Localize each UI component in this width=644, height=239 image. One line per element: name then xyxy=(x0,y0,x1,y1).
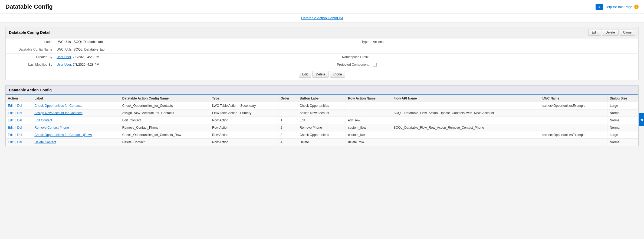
button-label-cell: Delete xyxy=(297,139,346,146)
col-row-action-name: Row Action Name xyxy=(346,95,391,102)
flow-api-name-cell: SOQL_Datatable_Flow_Action_Update_Contac… xyxy=(391,109,540,117)
action-sep: | xyxy=(14,133,17,137)
detail-right-4: Protected Component xyxy=(322,61,638,69)
detail-footer: Edit Delete Clone xyxy=(6,69,638,80)
col-label: Label xyxy=(32,95,120,102)
edit-action-link[interactable]: Edit xyxy=(8,118,14,122)
row-action-name-cell: delete_row xyxy=(346,139,391,146)
detail-right-1: Type Actions xyxy=(322,38,638,46)
label-cell: Edit Contact xyxy=(32,117,120,124)
dialog-size-cell: Normal xyxy=(607,109,638,117)
detail-left-1: Label LWC Utils - SOQL Datatable tab xyxy=(6,38,322,46)
clone-button-bottom[interactable]: Clone xyxy=(330,71,345,78)
breadcrumb-link[interactable]: Datatable Action Config [6] xyxy=(301,16,343,20)
lwc-name-cell: c:checkOpportunitiesExample xyxy=(540,102,607,109)
section-title: Datatable Action Config xyxy=(9,88,52,92)
delete-button-bottom[interactable]: Delete xyxy=(312,71,329,78)
type-cell: Row Action xyxy=(210,117,278,124)
edit-button-top[interactable]: Edit xyxy=(588,29,601,36)
detail-row-2: Datatable Config Name LWC_Utils_SOQL_Dat… xyxy=(6,46,638,54)
flow-api-name-cell: SOQL_Datatable_Flow_Row_Action_Remove_Co… xyxy=(391,124,540,131)
label-link[interactable]: Check Opportunities for Contacts xyxy=(34,104,82,108)
type-cell: Row Action xyxy=(210,131,278,139)
label-link[interactable]: Check Opportunities for Contacts (Row) xyxy=(34,133,92,137)
del-action-link[interactable]: Del xyxy=(17,104,22,108)
protected-checkbox[interactable] xyxy=(373,63,377,67)
del-action-link[interactable]: Del xyxy=(17,133,22,137)
col-dialog-size: Dialog Size xyxy=(607,95,638,102)
edit-button-bottom[interactable]: Edit xyxy=(299,71,311,78)
label-field-value: LWC Utils - SOQL Datatable tab xyxy=(54,38,322,46)
flow-api-name-cell xyxy=(391,139,540,146)
detail-row-1: Label LWC Utils - SOQL Datatable tab Typ… xyxy=(6,38,638,46)
sidebar-toggle[interactable]: ◀ xyxy=(639,113,644,126)
action-sep: | xyxy=(14,111,17,115)
order-cell: 2 xyxy=(278,124,297,131)
detail-panel-header: Datatable Config Detail Edit Delete Clon… xyxy=(6,27,638,38)
config-name-label: Datatable Config Name xyxy=(6,46,54,53)
row-action-name-cell: edit_row xyxy=(346,117,391,124)
flow-api-name-cell xyxy=(391,117,540,124)
clone-button-top[interactable]: Clone xyxy=(620,29,635,36)
action-sep: | xyxy=(14,126,17,130)
type-field-label: Type xyxy=(322,38,371,46)
created-by-link[interactable]: User User xyxy=(57,55,71,59)
edit-action-link[interactable]: Edit xyxy=(8,126,14,130)
edit-action-link[interactable]: Edit xyxy=(8,140,14,144)
lwc-name-cell xyxy=(540,117,607,124)
label-cell: Delete Contact xyxy=(32,139,120,146)
dialog-size-cell: Normal xyxy=(607,139,638,146)
button-label-cell: Edit xyxy=(297,117,346,124)
col-lwc-name: LWC Name xyxy=(540,95,607,102)
label-link[interactable]: Delete Contact xyxy=(34,140,56,144)
created-by-value: User User, 7/3/2020, 4:28 PM xyxy=(54,54,322,61)
help-link[interactable]: ≡ Help for this Page ? xyxy=(596,4,639,10)
config-name-cell: Delete_Contact xyxy=(120,139,210,146)
delete-button-top[interactable]: Delete xyxy=(602,29,619,36)
section-header: Datatable Action Config xyxy=(6,86,638,95)
detail-row-3: Created By User User, 7/3/2020, 4:28 PM … xyxy=(6,54,638,61)
lwc-name-cell xyxy=(540,109,607,117)
row-action-name-cell xyxy=(346,109,391,117)
empty-value-2 xyxy=(371,46,638,53)
action-cell: Edit | Del xyxy=(6,139,32,146)
del-action-link[interactable]: Del xyxy=(17,118,22,122)
action-cell: Edit | Del xyxy=(6,124,32,131)
table-row: Edit | DelCheck Opportunities for Contac… xyxy=(6,131,638,139)
edit-action-link[interactable]: Edit xyxy=(8,111,14,115)
dialog-size-cell: Normal xyxy=(607,124,638,131)
del-action-link[interactable]: Del xyxy=(17,111,22,115)
order-cell: 3 xyxy=(278,131,297,139)
modified-by-link[interactable]: User User xyxy=(57,63,71,67)
edit-action-link[interactable]: Edit xyxy=(8,104,14,108)
order-cell: 1 xyxy=(278,117,297,124)
label-link[interactable]: Edit Contact xyxy=(34,118,52,122)
table-row: Edit | DelEdit ContactEdit_ContactRow Ac… xyxy=(6,117,638,124)
type-cell: Row Action xyxy=(210,124,278,131)
dialog-size-cell: Large xyxy=(607,102,638,109)
del-action-link[interactable]: Del xyxy=(17,126,22,130)
modified-by-value: User User, 7/3/2020, 4:28 PM xyxy=(54,61,322,69)
edit-action-link[interactable]: Edit xyxy=(8,133,14,137)
protected-value xyxy=(371,61,638,69)
row-action-name-cell: custom_flow xyxy=(346,124,391,131)
detail-left-4: Last Modified By User User, 7/3/2020, 4:… xyxy=(6,61,322,69)
dialog-size-cell: Large xyxy=(607,131,638,139)
type-cell: Flow Table Action - Primary xyxy=(210,109,278,117)
namespace-label: Namespace Prefix xyxy=(322,54,371,61)
action-cell: Edit | Del xyxy=(6,131,32,139)
detail-panel: Datatable Config Detail Edit Delete Clon… xyxy=(5,27,639,80)
button-label-cell: Check Opportunities xyxy=(297,131,346,139)
detail-right-3: Namespace Prefix xyxy=(322,54,638,61)
page-header: Datatable Config ≡ Help for this Page ? xyxy=(0,0,644,14)
table-row: Edit | DelCheck Opportunities for Contac… xyxy=(6,102,638,109)
col-config-name: Datatable Action Config Name xyxy=(120,95,210,102)
label-link[interactable]: Remove Contact Phone xyxy=(34,126,69,130)
label-link[interactable]: Assign New Account for Contacts xyxy=(34,111,82,115)
config-name-cell: Check_Opportunities_for_Contacts xyxy=(120,102,210,109)
created-by-label: Created By xyxy=(6,54,54,61)
label-cell: Check Opportunities for Contacts xyxy=(32,102,120,109)
order-cell xyxy=(278,102,297,109)
help-label: Help for this Page xyxy=(605,5,633,9)
del-action-link[interactable]: Del xyxy=(17,140,22,144)
